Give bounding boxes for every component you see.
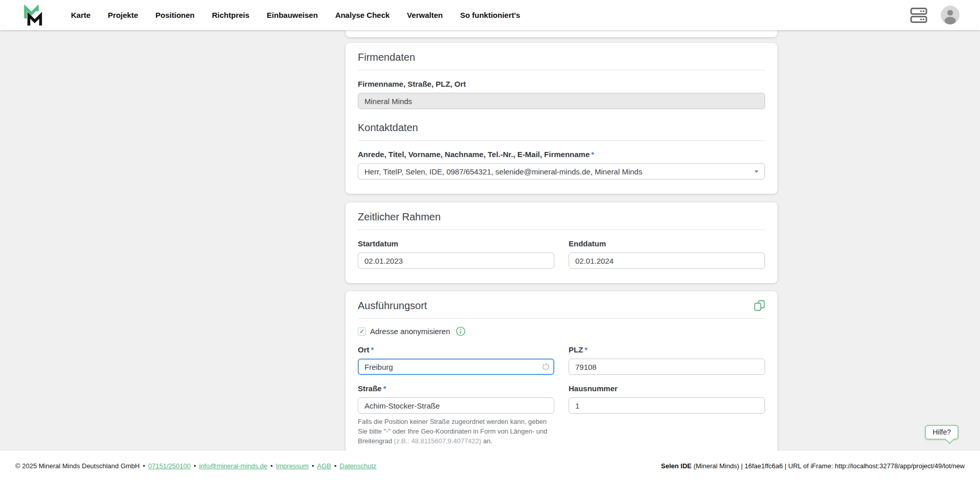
divider: [358, 140, 765, 141]
footer-link-phone[interactable]: 07151/250100: [148, 462, 190, 470]
separator-dot: •: [193, 462, 196, 470]
topnav-right-icons: [910, 6, 980, 24]
helper-coords-example: (z.B.: 48.8115607,9.4077422): [394, 437, 481, 445]
company-field-label: Firmenname, Straße, PLZ, Ort: [358, 80, 765, 89]
required-asterisk: *: [584, 345, 587, 354]
separator-dot: •: [312, 462, 314, 470]
strasse-label-text: Straße: [358, 384, 382, 393]
plz-label: PLZ*: [569, 345, 765, 355]
nav-item-richtpreis[interactable]: Richtpreis: [212, 11, 249, 19]
card-zeitlicher-rahmen: Zeitlicher Rahmen Startdatum Enddatum: [346, 202, 777, 283]
main-menu: Karte Projekte Positionen Richtpreis Ein…: [71, 11, 520, 19]
nav-item-so-funktionierts[interactable]: So funktioniert's: [460, 11, 520, 19]
footer-link-agb[interactable]: AGB: [317, 462, 331, 470]
nav-item-projekte[interactable]: Projekte: [108, 11, 138, 19]
plz-label-text: PLZ: [569, 345, 583, 354]
enddatum-label: Enddatum: [569, 239, 765, 248]
nav-item-einbauweisen[interactable]: Einbauweisen: [267, 11, 318, 19]
anonymize-checkbox[interactable]: ✓: [358, 327, 366, 336]
contact-select[interactable]: Herr, TitelP, Selen, IDE, 0987/654321, s…: [358, 163, 765, 180]
anonymize-label: Adresse anonymisieren: [370, 327, 450, 336]
main-scroll-area[interactable]: Firmendaten Firmenname, Straße, PLZ, Ort…: [0, 30, 980, 451]
section-title-kontaktdaten: Kontaktdaten: [358, 121, 765, 134]
hausnummer-label: Hausnummer: [569, 384, 765, 393]
copyright-text: © 2025 Mineral Minds Deutschland GmbH: [15, 462, 140, 470]
info-icon[interactable]: [456, 326, 465, 336]
separator-dot: •: [334, 462, 337, 470]
divider: [358, 318, 765, 319]
card-cropped-top: [346, 30, 777, 37]
separator-dot: •: [143, 462, 145, 470]
strasse-helper-text: Falls die Position keiner Straße zugeord…: [358, 417, 554, 446]
nav-item-analyse-check[interactable]: Analyse Check: [335, 11, 390, 19]
contact-label-text: Anrede, Titel, Vorname, Nachname, Tel.-N…: [358, 150, 590, 159]
section-title-zeitlicher-rahmen: Zeitlicher Rahmen: [358, 211, 765, 223]
anonymize-row: ✓ Adresse anonymisieren: [358, 326, 765, 336]
status-app-name: Selen IDE: [661, 462, 692, 470]
contact-select-wrap: Herr, TitelP, Selen, IDE, 0987/654321, s…: [358, 163, 765, 180]
required-asterisk: *: [591, 150, 594, 159]
card-ausfuehrungsort: Ausführungsort ✓ Adresse anonymisieren: [346, 291, 777, 451]
ort-label-text: Ort: [358, 345, 370, 354]
footer-link-impressum[interactable]: Impressum: [276, 462, 308, 470]
strasse-input[interactable]: [358, 397, 554, 414]
status-details: (Mineral Minds) | 16fae1ffc6a6 | URL of …: [692, 462, 965, 470]
top-navigation: Karte Projekte Positionen Richtpreis Ein…: [0, 0, 980, 30]
startdatum-label: Startdatum: [358, 239, 554, 248]
separator-dot: •: [271, 462, 273, 470]
strasse-label: Straße*: [358, 384, 554, 393]
server-icon[interactable]: [910, 7, 927, 23]
nav-item-karte[interactable]: Karte: [71, 11, 90, 19]
loading-spinner-icon: [543, 364, 549, 370]
footer: © 2025 Mineral Minds Deutschland GmbH • …: [0, 451, 980, 481]
required-asterisk: *: [371, 345, 374, 354]
user-avatar[interactable]: [941, 6, 960, 24]
nav-item-verwalten[interactable]: Verwalten: [407, 11, 443, 19]
helper-part2: an.: [481, 437, 493, 445]
ort-label: Ort*: [358, 345, 554, 355]
help-button[interactable]: Hilfe?: [925, 425, 959, 440]
status-bar: Selen IDE (Mineral Minds) | 16fae1ffc6a6…: [661, 462, 965, 470]
mineral-minds-logo-icon[interactable]: [22, 4, 43, 27]
form-content-column: Firmendaten Firmenname, Straße, PLZ, Ort…: [346, 30, 777, 451]
startdatum-input[interactable]: [358, 252, 554, 269]
section-title-ausfuehrungsort: Ausführungsort: [358, 299, 427, 312]
enddatum-input[interactable]: [569, 252, 765, 269]
card-firmendaten: Firmendaten Firmenname, Straße, PLZ, Ort…: [346, 43, 777, 194]
required-asterisk: *: [383, 384, 386, 393]
contact-field-label: Anrede, Titel, Vorname, Nachname, Tel.-N…: [358, 150, 765, 159]
footer-link-datenschutz[interactable]: Datenschutz: [339, 462, 376, 470]
nav-item-positionen[interactable]: Positionen: [156, 11, 195, 19]
footer-legal: © 2025 Mineral Minds Deutschland GmbH • …: [15, 462, 377, 470]
divider: [358, 70, 765, 70]
company-input: [358, 93, 765, 109]
hausnummer-input[interactable]: [569, 397, 765, 414]
plz-input[interactable]: [569, 359, 765, 375]
footer-link-email[interactable]: info@mineral-minds.de: [199, 462, 267, 470]
copy-icon[interactable]: [754, 300, 765, 311]
section-title-firmendaten: Firmendaten: [358, 51, 765, 63]
ort-input[interactable]: [358, 359, 554, 375]
